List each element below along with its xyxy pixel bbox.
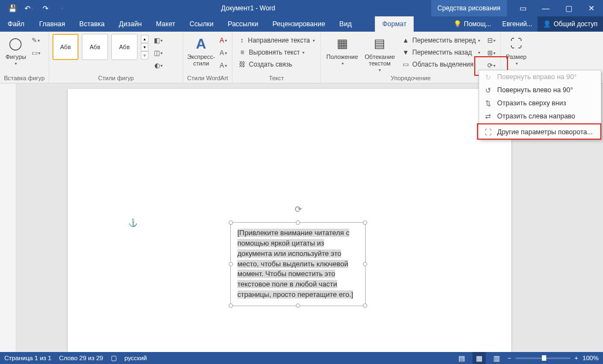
text-effects-button[interactable]: A▾ (218, 61, 229, 70)
ribbon-tabs: Файл Главная Вставка Дизайн Макет Ссылки… (0, 16, 603, 32)
shape-outline-button[interactable]: ◫▾ (153, 48, 164, 58)
resize-handle[interactable] (296, 220, 300, 225)
group-arrange: ▦ Положение▾ ▤ Обтекание текстом▾ ▲Перем… (321, 32, 501, 83)
language-status[interactable]: русский (124, 355, 147, 361)
send-backward-icon: ▼ (402, 49, 410, 56)
tab-view[interactable]: Вид (332, 16, 359, 32)
group-shape-styles: Абв Абв Абв ▴▾▿ ◧▾ ◫▾ ◐▾ Стили фигур (49, 32, 183, 83)
flip-horizontal[interactable]: ⇄Отразить слева направо (479, 110, 601, 123)
wrap-icon: ▤ (371, 35, 389, 52)
user-account[interactable]: Евгений... (497, 16, 538, 32)
tab-layout[interactable]: Макет (149, 16, 182, 32)
draw-textbox-button[interactable]: ▭▾ (31, 48, 41, 58)
size-button[interactable]: ⛶ Размер▾ (504, 34, 528, 67)
edit-shape-button[interactable]: ✎▾ (31, 35, 41, 45)
more-rotation-options[interactable]: ⛶Другие параметры поворота... (479, 126, 601, 139)
tab-references[interactable]: Ссылки (182, 16, 220, 32)
tell-me-button[interactable]: 💡Помощ... (448, 16, 497, 32)
rotate-left-icon: ↺ (483, 86, 492, 94)
rotate-button[interactable]: ⟳▾ (486, 61, 497, 70)
flip-vertical[interactable]: ⇅Отразить сверху вниз (479, 97, 601, 110)
page-status[interactable]: Страница 1 из 1 (4, 355, 51, 361)
qat-customize[interactable]: ▾ (53, 0, 70, 16)
shape-style-gallery[interactable]: Абв Абв Абв ▴▾▿ (52, 34, 148, 60)
wordart-icon: A (193, 35, 210, 52)
more-options-icon: ⛶ (483, 128, 492, 136)
shapes-button[interactable]: ◯ Фигуры ▾ (3, 34, 28, 67)
group-text: ↕Направление текста▾ ≡Выровнять текст▾ ⛓… (232, 32, 321, 83)
create-link-button[interactable]: ⛓Создать связь (236, 59, 317, 70)
zoom-in-button[interactable]: + (575, 355, 578, 361)
zoom-out-button[interactable]: − (508, 355, 511, 361)
position-icon: ▦ (333, 35, 351, 52)
object-anchor-icon: ⚓ (128, 218, 138, 227)
text-direction-icon: ↕ (238, 37, 246, 44)
rotate-right-90[interactable]: ↻Повернуть вправо на 90° (479, 70, 601, 83)
share-button[interactable]: 👤Общий доступ (538, 16, 603, 32)
tab-mailings[interactable]: Рассылки (220, 16, 265, 32)
zoom-level[interactable]: 100% (583, 355, 599, 361)
align-text-button[interactable]: ≡Выровнять текст▾ (236, 47, 317, 58)
group-wordart-styles: A Экспресс- стили A▾ A▾ A▾ Стили WordArt (183, 32, 232, 83)
express-styles-button[interactable]: A Экспресс- стили (187, 34, 216, 68)
tab-design[interactable]: Дизайн (112, 16, 149, 32)
print-layout-button[interactable]: ▦ (473, 352, 486, 364)
textbox-content[interactable]: [Привлеките внимание читателя с помощью … (237, 229, 353, 299)
rotate-handle-icon[interactable]: ⟳ (295, 204, 302, 214)
group-insert-shapes: ◯ Фигуры ▾ ✎▾ ▭▾ Вставка фигур (0, 32, 49, 83)
rotate-right-icon: ↻ (483, 73, 492, 81)
spell-status-icon[interactable]: ▢ (111, 354, 117, 362)
resize-handle[interactable] (229, 262, 233, 266)
status-bar: Страница 1 из 1 Слово 29 из 29 ▢ русский… (0, 352, 603, 364)
tab-insert[interactable]: Вставка (72, 16, 111, 32)
rotate-menu: ↻Повернуть вправо на 90° ↺Повернуть влев… (479, 70, 601, 139)
gallery-scroll[interactable]: ▴▾▿ (141, 35, 148, 59)
read-mode-button[interactable]: ▤ (455, 352, 468, 364)
style-item[interactable]: Абв (111, 34, 138, 60)
redo-button[interactable]: ↷ (37, 0, 53, 16)
text-outline-button[interactable]: A▾ (218, 48, 229, 58)
vertical-ruler (0, 83, 16, 352)
bring-forward-button[interactable]: ▲Переместить вперед▾ (399, 35, 482, 46)
flip-horizontal-icon: ⇄ (483, 112, 492, 121)
tab-home[interactable]: Главная (32, 16, 73, 32)
zoom-thumb[interactable] (542, 355, 546, 361)
size-icon: ⛶ (508, 35, 525, 52)
resize-handle[interactable] (363, 303, 367, 308)
resize-handle[interactable] (296, 303, 300, 308)
resize-handle[interactable] (363, 262, 367, 266)
close-button[interactable]: ✕ (580, 0, 603, 16)
tab-file[interactable]: Файл (0, 16, 32, 32)
ribbon-options-button[interactable]: ▭ (511, 0, 534, 16)
resize-handle[interactable] (229, 220, 233, 225)
resize-handle[interactable] (229, 303, 233, 308)
selection-pane-button[interactable]: ▭Область выделения (399, 59, 482, 70)
selection-pane-icon: ▭ (402, 61, 410, 68)
minimize-button[interactable]: ― (534, 0, 557, 16)
tab-format[interactable]: Формат (375, 16, 413, 32)
send-backward-button[interactable]: ▼Переместить назад▾ (399, 47, 482, 58)
shape-fill-button[interactable]: ◧▾ (153, 35, 164, 45)
textbox-object[interactable]: ⟳ [Привлеките внимание читателя с помощь… (230, 222, 366, 306)
wrap-text-button[interactable]: ▤ Обтекание текстом▾ (362, 34, 397, 74)
text-fill-button[interactable]: A▾ (218, 35, 229, 45)
text-direction-button[interactable]: ↕Направление текста▾ (236, 35, 317, 46)
title-bar: 💾 ↶▾ ↷ ▾ Документ1 - Word Средства рисов… (0, 0, 603, 16)
shape-effects-button[interactable]: ◐▾ (153, 61, 164, 70)
maximize-button[interactable]: ▢ (557, 0, 580, 16)
group-objects-button[interactable]: ⊞▾ (486, 48, 497, 58)
save-button[interactable]: 💾 (4, 0, 21, 16)
align-objects-button[interactable]: ⊟▾ (486, 35, 497, 45)
style-item[interactable]: Абв (82, 34, 108, 60)
web-layout-button[interactable]: ▥ (490, 352, 503, 364)
undo-button[interactable]: ↶▾ (21, 0, 37, 16)
resize-handle[interactable] (363, 220, 367, 225)
position-button[interactable]: ▦ Положение▾ (324, 34, 360, 67)
contextual-tab-label: Средства рисования (431, 0, 507, 16)
tab-review[interactable]: Рецензирование (265, 16, 332, 32)
rotate-left-90[interactable]: ↺Повернуть влево на 90° (479, 83, 601, 97)
align-text-icon: ≡ (238, 49, 247, 56)
word-count[interactable]: Слово 29 из 29 (59, 355, 103, 361)
zoom-slider[interactable] (516, 357, 570, 359)
style-item[interactable]: Абв (52, 34, 79, 60)
